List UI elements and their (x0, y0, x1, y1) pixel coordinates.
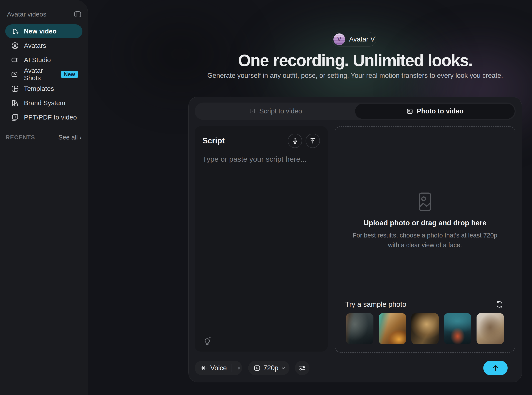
sidebar-item-label: Avatars (24, 42, 46, 49)
brand-system-icon (11, 99, 19, 107)
record-voice-button[interactable] (288, 134, 302, 148)
avatars-icon (11, 42, 19, 50)
sidebar-item-ai-studio[interactable]: AI Studio (5, 53, 82, 67)
sidebar-divider (5, 129, 82, 129)
chevron-down-icon (280, 365, 286, 371)
sidebar-item-avatars[interactable]: Avatars (5, 39, 82, 53)
voice-selector[interactable]: Voice (195, 361, 242, 375)
composer-card: Script to video Photo to video Script (188, 97, 522, 382)
tab-label: Script to video (259, 107, 302, 115)
script-doc-icon (249, 108, 256, 115)
generate-submit-button[interactable] (483, 361, 508, 375)
upload-headline: Upload photo or drag and drop here (335, 219, 515, 227)
sample-photo-3[interactable] (411, 313, 439, 344)
samples-header: Try a sample photo (345, 300, 504, 309)
sidebar-item-templates[interactable]: Templates (5, 82, 82, 96)
tab-script-to-video[interactable]: Script to video (196, 104, 355, 119)
templates-icon (11, 84, 19, 93)
resolution-selector[interactable]: 720p (248, 361, 290, 375)
sidebar-menu: New video Avatars AI Studio (5, 24, 82, 125)
sidebar-item-brand-system[interactable]: Brand System (5, 96, 82, 110)
sample-photo-5[interactable] (476, 313, 504, 344)
sidebar-item-label: PPT/PDF to video (24, 114, 77, 121)
samples-label: Try a sample photo (345, 300, 406, 308)
composer-footer: Voice 720p (195, 361, 516, 375)
sidebar-header: Avatar videos (7, 9, 82, 20)
new-video-icon (11, 27, 19, 35)
video-resolution-icon (253, 364, 261, 372)
script-panel-title: Script (202, 136, 225, 145)
recents-section: RECENTS See all › (6, 133, 82, 142)
photo-upload-dropzone[interactable]: Upload photo or drag and drop here For b… (335, 126, 515, 353)
import-script-button[interactable] (306, 134, 320, 148)
sidebar-title: Avatar videos (7, 11, 46, 18)
voice-label: Voice (210, 364, 227, 372)
sidebar-item-label: AI Studio (24, 56, 51, 64)
sidebar-item-label: New video (24, 27, 56, 35)
resolution-value: 720p (263, 364, 278, 372)
page-title: One recording. Unlimited looks. (188, 51, 522, 70)
sidebar: Avatar videos New video (0, 0, 88, 395)
upload-hint: For best results, choose a photo that's … (349, 230, 501, 250)
sidebar-item-label: Templates (24, 85, 54, 92)
sidebar-item-label: Avatar Shots (24, 67, 57, 82)
avatar-model-pill[interactable]: V Avatar V (332, 32, 376, 46)
collapse-sidebar-icon[interactable] (73, 10, 82, 19)
script-input[interactable] (202, 154, 320, 323)
sidebar-item-ppt-pdf[interactable]: PPT/PDF to video (5, 110, 82, 124)
tab-label: Photo to video (417, 107, 464, 115)
sample-photo-2[interactable] (379, 313, 406, 344)
voice-preview-play-icon[interactable] (235, 365, 242, 371)
upload-image-icon (416, 191, 434, 213)
sidebar-item-avatar-shots[interactable]: Avatar Shots New (5, 67, 82, 81)
photo-image-icon (406, 108, 413, 115)
new-badge: New (61, 71, 78, 78)
sidebar-item-label: Brand System (24, 99, 66, 107)
tab-photo-to-video[interactable]: Photo to video (355, 104, 515, 119)
sample-photo-4[interactable] (444, 313, 471, 344)
refresh-samples-icon[interactable] (495, 300, 504, 308)
avatar-model-label: Avatar V (349, 35, 375, 43)
sidebar-item-new-video[interactable]: New video (5, 24, 82, 38)
script-panel: Script (195, 126, 328, 351)
sample-photo-1[interactable] (346, 313, 373, 344)
mode-tabbar: Script to video Photo to video (195, 103, 516, 120)
script-ideas-icon[interactable] (202, 335, 212, 346)
waveform-icon (200, 364, 207, 372)
ai-studio-icon (11, 56, 19, 64)
avatar-model-badge: V (333, 33, 345, 45)
sample-photos-row (346, 313, 504, 344)
advanced-settings-button[interactable] (295, 361, 309, 375)
see-all-link[interactable]: See all › (58, 134, 82, 141)
ppt-pdf-icon (11, 113, 19, 121)
avatar-shots-icon (11, 70, 19, 78)
recents-label: RECENTS (6, 134, 35, 141)
page-subtitle: Generate yourself in any outfit, pose, o… (188, 72, 522, 80)
